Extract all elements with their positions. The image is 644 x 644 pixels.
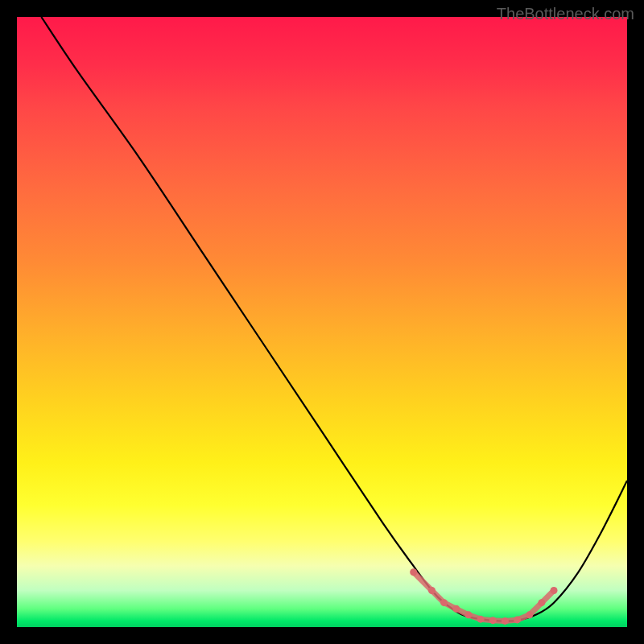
optimal-range-markers xyxy=(410,568,557,625)
chart-svg xyxy=(17,17,627,627)
marker-dot xyxy=(477,616,485,623)
marker-dot xyxy=(514,616,521,623)
bottleneck-curve xyxy=(41,17,627,621)
marker-dot xyxy=(440,599,448,606)
marker-dot xyxy=(428,587,436,594)
marker-dot xyxy=(551,587,558,594)
watermark-text: TheBottleneck.com xyxy=(497,5,634,23)
plot-area xyxy=(17,17,627,627)
marker-dot xyxy=(410,568,417,576)
marker-dot xyxy=(538,599,545,606)
marker-dot xyxy=(489,617,497,624)
marker-dot xyxy=(526,611,533,618)
marker-dot xyxy=(464,611,472,618)
marker-dot xyxy=(502,617,509,625)
marker-dot xyxy=(452,605,460,613)
